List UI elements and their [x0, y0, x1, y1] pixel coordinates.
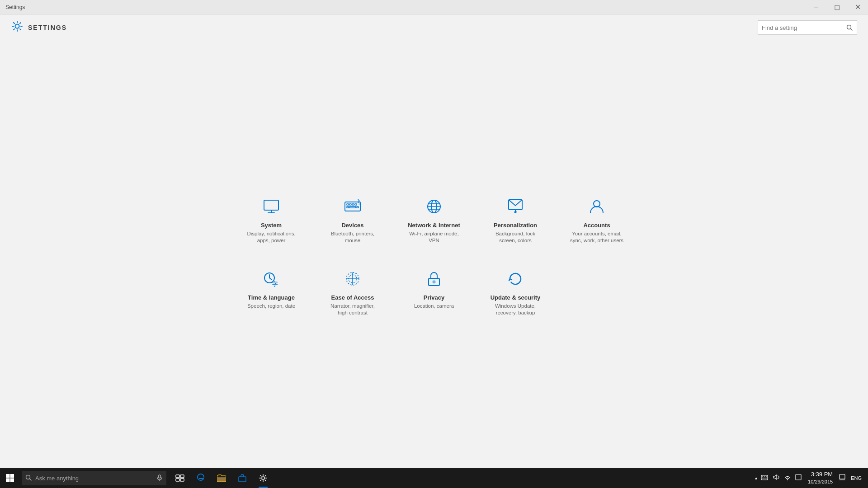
svg-rect-3 [264, 200, 278, 210]
svg-point-46 [262, 477, 264, 479]
settings-grid: System Display, notifications,apps, powe… [233, 187, 635, 322]
language-indicator[interactable]: ENG [848, 475, 864, 481]
settings-search-box[interactable] [758, 20, 857, 35]
svg-rect-40 [176, 475, 179, 478]
settings-search-input[interactable] [758, 24, 842, 31]
svg-point-52 [787, 479, 788, 480]
close-button[interactable]: ✕ [847, 0, 868, 14]
svg-rect-38 [159, 475, 161, 478]
svg-rect-13 [357, 206, 359, 208]
settings-window: SETTINGS [0, 14, 868, 468]
settings-item-ease[interactable]: Ease of Access Narrator, magnifier,high … [314, 259, 391, 322]
taskbar-right: ▴ [754, 470, 868, 486]
volume-icon[interactable] [771, 474, 782, 482]
taskbar-apps [170, 468, 273, 488]
taskbar-mic-icon [156, 474, 163, 482]
svg-line-24 [269, 278, 272, 280]
refresh-icon [505, 268, 526, 290]
settings-item-accounts[interactable]: Accounts Your accounts, email,sync, work… [558, 187, 635, 250]
notification-chevron-icon[interactable]: ▴ [754, 475, 758, 480]
devices-desc: Bluetooth, printers,mouse [331, 230, 375, 244]
svg-rect-12 [349, 206, 356, 208]
svg-rect-11 [347, 206, 349, 208]
personalization-desc: Background, lockscreen, colors [495, 230, 535, 244]
taskbar: Ask me anything [0, 468, 868, 488]
svg-point-31 [433, 281, 435, 283]
settings-item-personalization[interactable]: Personalization Background, lockscreen, … [477, 187, 554, 250]
accounts-desc: Your accounts, email,sync, work, other u… [570, 230, 623, 244]
personalization-name: Personalization [494, 222, 537, 229]
svg-rect-32 [6, 474, 10, 478]
svg-rect-42 [176, 479, 179, 481]
settings-item-system[interactable]: System Display, notifications,apps, powe… [233, 187, 310, 250]
brush-icon [505, 196, 526, 217]
devices-name: Devices [341, 222, 363, 229]
clock-time: 3:39 PM [808, 470, 833, 479]
restore-button[interactable]: ◻ [826, 0, 847, 14]
svg-point-21 [594, 201, 600, 207]
settings-gear-icon [11, 20, 24, 35]
update-desc: Windows Update,recovery, backup [495, 303, 536, 316]
lock-icon [423, 268, 445, 290]
clock-date: 10/29/2015 [808, 479, 833, 485]
title-bar-left: Settings [5, 4, 25, 10]
svg-rect-30 [429, 278, 439, 286]
accessibility-icon [342, 268, 363, 290]
svg-rect-35 [10, 479, 14, 483]
svg-point-0 [15, 24, 19, 28]
svg-line-37 [30, 479, 32, 480]
settings-title-area: SETTINGS [11, 20, 67, 35]
time-desc: Speech, region, date [247, 303, 295, 310]
keyboard-icon-taskbar [759, 474, 770, 482]
svg-rect-34 [6, 479, 10, 483]
notification-icon[interactable] [793, 474, 803, 482]
update-name: Update & security [491, 294, 541, 301]
svg-rect-7 [347, 204, 349, 205]
settings-taskbar-button[interactable] [253, 468, 273, 488]
task-view-button[interactable] [170, 468, 190, 488]
title-bar: Settings − ◻ ✕ [0, 0, 868, 14]
ease-desc: Narrator, magnifier,high contrast [330, 303, 375, 316]
taskbar-search-text: Ask me anything [35, 475, 79, 482]
network-name: Network & Internet [408, 222, 460, 229]
time-name: Time & language [248, 294, 295, 301]
svg-rect-44 [217, 477, 226, 482]
svg-rect-33 [10, 474, 14, 478]
svg-rect-43 [180, 479, 184, 481]
settings-item-network[interactable]: Network & Internet Wi-Fi, airplane mode,… [396, 187, 472, 250]
accounts-name: Accounts [583, 222, 610, 229]
globe-icon [423, 196, 445, 217]
edge-button[interactable] [191, 468, 211, 488]
settings-item-devices[interactable]: Devices Bluetooth, printers,mouse [314, 187, 391, 250]
svg-rect-10 [355, 204, 357, 205]
svg-rect-45 [239, 477, 246, 482]
title-bar-controls: − ◻ ✕ [806, 0, 868, 14]
taskbar-clock[interactable]: 3:39 PM 10/29/2015 [804, 470, 836, 486]
ease-name: Ease of Access [331, 294, 374, 301]
system-name: System [261, 222, 282, 229]
settings-row-1: System Display, notifications,apps, powe… [233, 187, 635, 250]
minimize-button[interactable]: − [806, 0, 826, 14]
settings-row-2: 字 Time & language Speech, region, date [233, 259, 635, 322]
svg-rect-53 [796, 474, 801, 480]
keyboard-icon [342, 196, 363, 217]
title-bar-title: Settings [5, 4, 25, 10]
settings-item-privacy[interactable]: Privacy Location, camera [396, 259, 472, 322]
privacy-desc: Location, camera [414, 303, 454, 310]
file-explorer-button[interactable] [212, 468, 231, 488]
settings-item-update[interactable]: Update & security Windows Update,recover… [477, 259, 554, 322]
start-button[interactable] [0, 468, 20, 488]
person-icon [586, 196, 608, 217]
network-icon-taskbar[interactable] [783, 474, 793, 482]
settings-content: System Display, notifications,apps, powe… [0, 41, 868, 468]
settings-item-time[interactable]: 字 Time & language Speech, region, date [233, 259, 310, 322]
action-center-icon[interactable] [837, 474, 847, 482]
system-desc: Display, notifications,apps, power [247, 230, 295, 244]
svg-rect-9 [352, 204, 354, 205]
svg-rect-54 [840, 474, 845, 479]
svg-rect-41 [180, 475, 184, 478]
svg-rect-47 [761, 475, 768, 480]
store-button[interactable] [232, 468, 252, 488]
taskbar-search[interactable]: Ask me anything [22, 471, 166, 485]
settings-header: SETTINGS [0, 14, 868, 41]
